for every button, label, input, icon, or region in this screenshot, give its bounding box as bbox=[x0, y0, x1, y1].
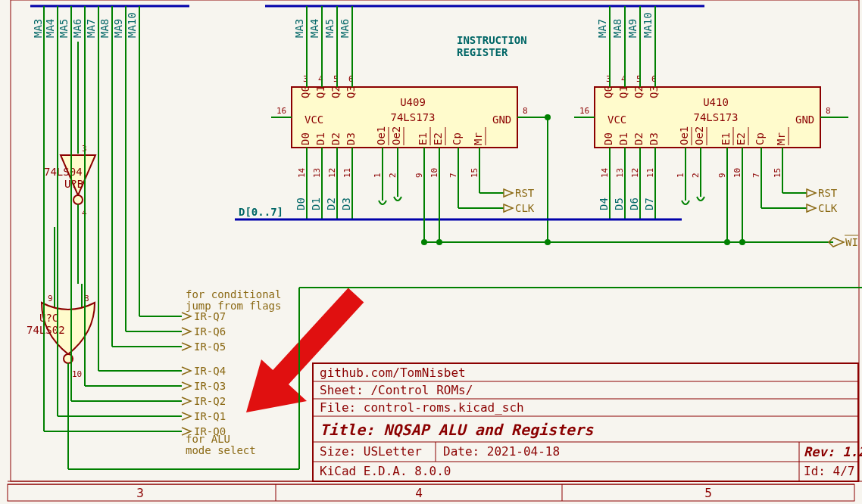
svg-text:U410: U410 bbox=[703, 96, 729, 108]
svg-text:Oe2: Oe2 bbox=[390, 126, 402, 145]
svg-text:File: control-roms.kicad_sch: File: control-roms.kicad_sch bbox=[320, 400, 524, 415]
svg-text:Q0: Q0 bbox=[602, 86, 614, 98]
svg-text:MA8: MA8 bbox=[98, 19, 111, 38]
svg-text:U?B: U?B bbox=[64, 178, 83, 190]
svg-text:16: 16 bbox=[579, 106, 589, 116]
svg-text:9: 9 bbox=[48, 294, 53, 303]
svg-text:IR-Q2: IR-Q2 bbox=[194, 395, 226, 407]
svg-text:D1: D1 bbox=[617, 132, 629, 145]
svg-text:10: 10 bbox=[429, 168, 439, 178]
svg-text:MA6: MA6 bbox=[339, 19, 351, 38]
svg-text:IR-Q4: IR-Q4 bbox=[194, 365, 226, 377]
chip1-top-bus: MA3 MA4 MA5 MA6 bbox=[293, 6, 352, 72]
svg-text:RST: RST bbox=[515, 187, 535, 199]
bus-d-label: D[0..7] bbox=[239, 206, 283, 218]
svg-point-187 bbox=[724, 239, 730, 245]
svg-text:RST: RST bbox=[818, 187, 838, 199]
ruler-4: 4 bbox=[415, 486, 423, 500]
svg-text:8: 8 bbox=[826, 106, 831, 116]
svg-text:10: 10 bbox=[72, 369, 82, 379]
chip-u410: VCC GND U410 74LS173 Q0 Q1 Q2 Q3 3 4 5 6… bbox=[574, 72, 848, 219]
svg-text:16: 16 bbox=[276, 106, 286, 116]
schematic-canvas[interactable]: 3 4 5 MA3 MA4MA5MA6MA7MA8MA9MA10 MA3 MA4… bbox=[0, 0, 862, 504]
ruler-5: 5 bbox=[704, 486, 712, 500]
svg-text:D0: D0 bbox=[299, 132, 311, 145]
svg-text:MA9: MA9 bbox=[112, 19, 124, 38]
chip2-top-bus: MA7 MA8 MA9 MA10 bbox=[596, 6, 655, 72]
svg-text:MA7: MA7 bbox=[596, 19, 608, 38]
svg-text:Q1: Q1 bbox=[314, 86, 326, 98]
svg-text:MA5: MA5 bbox=[323, 19, 336, 38]
svg-text:15: 15 bbox=[773, 168, 782, 178]
svg-text:15: 15 bbox=[470, 168, 479, 178]
svg-text:D1: D1 bbox=[310, 198, 322, 210]
svg-point-197 bbox=[73, 195, 83, 204]
svg-text:74LS173: 74LS173 bbox=[693, 111, 738, 123]
svg-text:D2: D2 bbox=[632, 132, 645, 145]
svg-text:Cp: Cp bbox=[754, 132, 766, 145]
svg-text:D3: D3 bbox=[340, 198, 352, 210]
svg-text:Q3: Q3 bbox=[345, 86, 357, 98]
svg-text:Mr: Mr bbox=[775, 132, 787, 145]
svg-text:VCC: VCC bbox=[607, 114, 626, 126]
svg-text:10: 10 bbox=[732, 168, 742, 178]
svg-text:7: 7 bbox=[751, 173, 761, 178]
svg-text:Rev: 1.2: Rev: 1.2 bbox=[804, 444, 862, 459]
hier-labels: IR-Q7IR-Q6IR-Q5IR-Q4IR-Q3IR-Q2IR-Q1IR-Q0 bbox=[176, 310, 226, 437]
svg-text:IR-Q5: IR-Q5 bbox=[194, 341, 226, 353]
svg-text:Size: USLetter: Size: USLetter bbox=[320, 444, 422, 459]
svg-text:IR-Q1: IR-Q1 bbox=[194, 410, 226, 422]
ruler-3: 3 bbox=[136, 486, 144, 500]
svg-text:U409: U409 bbox=[400, 96, 426, 108]
svg-text:VCC: VCC bbox=[305, 114, 323, 126]
svg-text:74LS173: 74LS173 bbox=[390, 111, 435, 123]
svg-text:MA3: MA3 bbox=[293, 19, 305, 38]
svg-text:13: 13 bbox=[615, 168, 625, 178]
svg-text:GND: GND bbox=[795, 114, 814, 126]
svg-text:7: 7 bbox=[448, 173, 458, 178]
svg-text:D5: D5 bbox=[613, 198, 625, 210]
svg-text:1: 1 bbox=[676, 173, 686, 178]
svg-text:Sheet: /Control ROMs/: Sheet: /Control ROMs/ bbox=[320, 383, 473, 397]
svg-text:Cp: Cp bbox=[451, 132, 463, 145]
svg-text:E2: E2 bbox=[735, 132, 747, 145]
svg-text:MA8: MA8 bbox=[611, 19, 623, 38]
svg-text:MA3: MA3 bbox=[32, 19, 44, 38]
svg-text:KiCad E.D.A. 8.0.0: KiCad E.D.A. 8.0.0 bbox=[320, 464, 451, 478]
svg-text:12: 12 bbox=[630, 168, 640, 178]
svg-text:9: 9 bbox=[717, 173, 727, 178]
svg-text:11: 11 bbox=[645, 168, 655, 178]
note-alu: for ALUmode select bbox=[186, 433, 256, 456]
svg-text:D2: D2 bbox=[329, 132, 342, 145]
svg-point-188 bbox=[739, 239, 745, 245]
title-block: github.com/TomNisbet Sheet: /Control ROM… bbox=[313, 363, 862, 481]
svg-text:D4: D4 bbox=[598, 198, 610, 210]
svg-point-186 bbox=[436, 239, 442, 245]
svg-text:12: 12 bbox=[327, 168, 337, 178]
global-nets-chip1: RST CLK bbox=[458, 148, 535, 214]
svg-text:D7: D7 bbox=[643, 198, 655, 210]
svg-text:74LS02: 74LS02 bbox=[27, 324, 65, 336]
svg-text:IR-Q7: IR-Q7 bbox=[194, 310, 226, 322]
gate-inverter: 74LS04 U?B 3 4 bbox=[44, 132, 95, 227]
svg-text:MA10: MA10 bbox=[642, 12, 654, 38]
instruction-register-label: INSTRUCTIONREGISTER bbox=[457, 34, 527, 58]
svg-text:MA10: MA10 bbox=[126, 12, 138, 38]
svg-text:MA4: MA4 bbox=[44, 19, 56, 38]
svg-text:11: 11 bbox=[342, 168, 352, 178]
svg-text:IR-Q3: IR-Q3 bbox=[194, 380, 226, 392]
svg-text:Oe1: Oe1 bbox=[678, 126, 690, 145]
svg-text:WI: WI bbox=[845, 236, 858, 248]
svg-text:D6: D6 bbox=[628, 198, 640, 210]
svg-text:13: 13 bbox=[312, 168, 322, 178]
svg-text:D2: D2 bbox=[325, 198, 337, 210]
svg-text:E2: E2 bbox=[432, 132, 444, 145]
svg-text:14: 14 bbox=[297, 167, 307, 178]
svg-text:D0: D0 bbox=[295, 198, 307, 210]
svg-text:MA6: MA6 bbox=[71, 19, 83, 38]
svg-text:D3: D3 bbox=[345, 132, 357, 145]
svg-text:Q0: Q0 bbox=[299, 86, 311, 98]
svg-text:E1: E1 bbox=[720, 132, 732, 145]
svg-text:Id: 4/7: Id: 4/7 bbox=[804, 464, 854, 478]
svg-text:1: 1 bbox=[373, 173, 383, 178]
